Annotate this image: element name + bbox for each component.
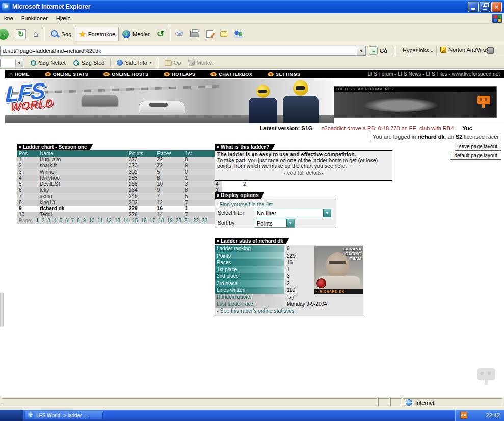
address-input[interactable]: d.net/?page=ladder&find=richard%20dk ▼	[0, 46, 366, 56]
page-link[interactable]: 17	[149, 218, 155, 223]
favorites-button[interactable]: ★Foretrukne	[75, 27, 119, 41]
norton-status-icon[interactable]	[487, 47, 494, 54]
ladder-row: 2shark.fr323229	[17, 163, 222, 169]
page-link[interactable]: 12	[106, 218, 112, 223]
page-link[interactable]: 22	[193, 218, 199, 223]
page-label: Page:	[19, 218, 32, 224]
search-web-button[interactable]: Søg Nettet	[26, 59, 69, 67]
display-options-box: -Find yourself in the list Select filter…	[215, 199, 336, 228]
history-button[interactable]: ↺	[153, 26, 168, 41]
home-button[interactable]: ⌂	[30, 26, 42, 42]
racer-online-stats-link[interactable]: - See this racer's online statistics	[217, 307, 295, 314]
menu-item-funktioner[interactable]: Funktioner	[17, 14, 52, 22]
page-link[interactable]: 2	[42, 218, 45, 223]
page-link[interactable]: 19	[167, 218, 173, 223]
highlight-button[interactable]: Markér	[185, 59, 218, 67]
sort-select[interactable]: Points ▼	[255, 219, 295, 228]
ladder-name-link[interactable]: Huru-aito	[40, 157, 129, 163]
page-link[interactable]: 3	[47, 218, 50, 223]
up-button[interactable]: Op	[161, 59, 185, 67]
minimize-button[interactable]	[468, 2, 479, 12]
nav-home[interactable]: ⌂HOME	[9, 72, 30, 77]
page-link[interactable]: 13	[115, 218, 120, 223]
ladder-name-link[interactable]: lefty	[40, 187, 129, 193]
nav-online-stats[interactable]: ONLINE STATS	[45, 72, 88, 77]
page-link[interactable]: 6	[65, 218, 68, 223]
address-dropdown-button[interactable]: ▼	[357, 46, 365, 55]
nav-online-hosts[interactable]: ONLINE HOSTS	[103, 72, 148, 77]
stat-label: Races	[215, 259, 284, 266]
ad-banner[interactable]: THE LFS TEAM RECOMMENDS	[334, 86, 497, 118]
hyperlinks-menu[interactable]: Hyperlinks»	[403, 47, 434, 53]
ladder-name-link[interactable]: asmo	[40, 193, 129, 200]
edit-button[interactable]	[203, 27, 217, 41]
page-link[interactable]: 11	[97, 218, 102, 223]
restore-button[interactable]	[480, 2, 490, 12]
ladder-name-link[interactable]: Winner	[40, 169, 129, 175]
favorites-star-icon: ★	[78, 30, 86, 38]
ladder-name-link[interactable]: Kshyhoo	[40, 175, 129, 181]
page-link[interactable]: 5	[59, 218, 62, 223]
side-info-button[interactable]: iSide Info▼	[113, 59, 155, 67]
ladder-points: 226	[129, 212, 157, 218]
page-link[interactable]: 7	[71, 218, 74, 223]
media-button[interactable]: ♪Medier	[119, 27, 153, 41]
ladder-name-link[interactable]: Teddi	[40, 212, 129, 218]
go-button[interactable]: → Gå	[369, 46, 387, 55]
taskbar-left-segment[interactable]	[0, 410, 23, 421]
mail-button[interactable]: ✉	[173, 27, 187, 41]
toolbar-separator	[170, 27, 171, 41]
page-link[interactable]: 8	[77, 218, 80, 223]
print-button[interactable]	[187, 27, 203, 40]
norton-antivirus-menu[interactable]: Norton AntiVirus ▼	[440, 47, 494, 53]
caption-arrows-icon: «	[316, 290, 318, 293]
nav-hotlaps[interactable]: HOTLAPS	[164, 72, 195, 77]
page-link[interactable]: 23	[202, 218, 207, 223]
search-button[interactable]: Søg	[47, 26, 75, 41]
secondary-toolbar-dropdown[interactable]: ▼	[0, 59, 23, 67]
find-yourself-link[interactable]: -Find yourself in the list	[218, 201, 273, 207]
page-link[interactable]: 18	[158, 218, 164, 223]
ladder-name-link[interactable]: king13	[40, 200, 129, 206]
default-page-layout-button[interactable]: default page layout	[450, 152, 501, 160]
search-web-icon	[30, 60, 37, 66]
page-link[interactable]: 15	[132, 218, 138, 223]
address-url-text: d.net/?page=ladder&find=richard%20dk	[3, 48, 101, 54]
stat-label: Random quote:	[215, 294, 284, 301]
team-name-text: ODRANA RACING TEAM	[343, 247, 361, 261]
menu-item-hjaelp[interactable]: Hjælp	[52, 14, 75, 22]
stat-value: 3	[284, 273, 290, 280]
highlight-label: Markér	[197, 60, 214, 66]
taskbar-clock[interactable]: 22:42	[486, 412, 500, 418]
ladder-name-link[interactable]: shark.fr	[40, 163, 129, 169]
taskbar-window-button[interactable]: e LFS World -> ladder -...	[25, 411, 103, 420]
filter-label: Select filter	[218, 210, 244, 216]
close-button[interactable]: ×	[491, 2, 502, 12]
messenger-button[interactable]	[231, 27, 246, 41]
ladder-name-link[interactable]: DevilEST	[40, 181, 129, 187]
page-link[interactable]: 10	[89, 218, 94, 223]
nav-settings[interactable]: SETTINGS	[268, 72, 300, 77]
refresh-button[interactable]: ↻	[12, 26, 30, 42]
page-link[interactable]: 21	[184, 218, 190, 223]
zonealarm-tray-icon[interactable]: ZA	[460, 412, 467, 419]
forward-button[interactable]: →	[0, 25, 12, 43]
save-page-layout-button[interactable]: save page layout	[455, 143, 501, 151]
menu-item-foretrukne-truncated[interactable]: kne	[0, 14, 17, 22]
filter-select[interactable]: No filter ▼	[255, 209, 331, 217]
page-link[interactable]: 14	[123, 218, 129, 223]
read-full-details-link[interactable]: -read full details-	[217, 170, 390, 176]
nav-chatterbox[interactable]: CHATTERBOX	[210, 72, 252, 77]
search-site-button[interactable]: Søg Sted	[69, 59, 109, 67]
discuss-button[interactable]	[217, 28, 231, 40]
page-link[interactable]: 4	[54, 218, 57, 223]
page-link[interactable]: 16	[141, 218, 146, 223]
page-link[interactable]: 9	[83, 218, 86, 223]
stat-value: 1	[284, 266, 290, 273]
ladder-name-link[interactable]: richard dk	[40, 206, 129, 212]
page-link[interactable]: 20	[176, 218, 181, 223]
page-link[interactable]: 1	[36, 218, 39, 223]
stat-value: ";-)"	[284, 294, 296, 301]
nav-external-links[interactable]: LFS Forum - LFS News - LFS Files - www.l…	[367, 71, 500, 77]
windows-logo-icon	[492, 14, 502, 23]
